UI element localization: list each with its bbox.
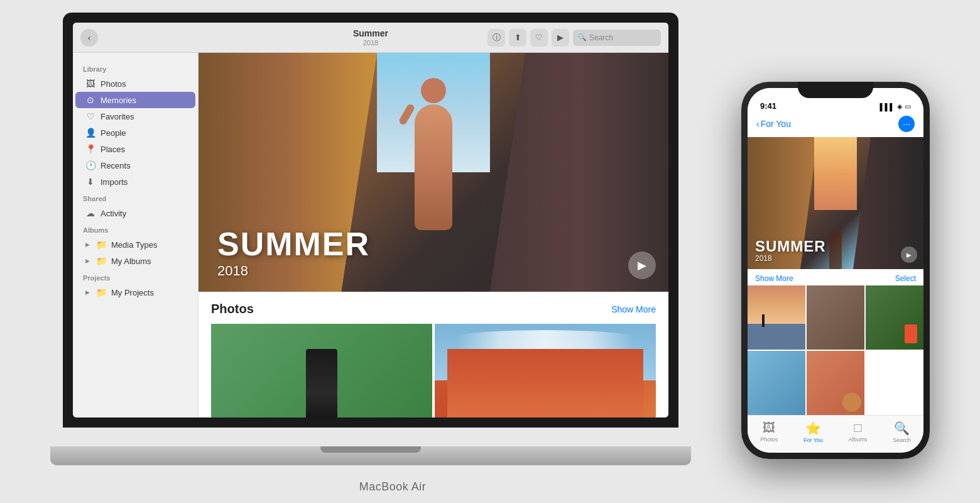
memories-icon: ⊙ xyxy=(85,95,95,105)
iphone-show-more[interactable]: Show More xyxy=(755,274,793,283)
sidebar-item-photos[interactable]: 🖼 Photos xyxy=(75,75,195,92)
iphone-notch xyxy=(798,82,873,98)
iphone-back-arrow: ‹ xyxy=(756,119,760,129)
macbook-bezel: ‹ Summer 2018 ⓘ ⬆ ♡ ▶ 🔍 Search xyxy=(63,13,678,428)
sidebar-item-media-types[interactable]: ▶ 📁 Media Types xyxy=(75,236,195,253)
iphone-hero-text: SUMMER 2018 xyxy=(755,239,826,263)
iphone-photos-header: Show More Select xyxy=(748,269,923,285)
iphone-select-button[interactable]: Select xyxy=(895,274,916,283)
slideshow-button[interactable]: ▶ xyxy=(552,29,569,47)
wifi-icon: ◈ xyxy=(897,102,902,111)
albums-section-label: Albums xyxy=(73,221,198,236)
albums-tab-icon: □ xyxy=(854,421,862,435)
iphone-thumb-5[interactable] xyxy=(807,351,864,415)
toolbar-actions: ⓘ ⬆ ♡ ▶ 🔍 Search xyxy=(487,29,661,47)
sidebar-people-label: People xyxy=(101,128,126,138)
favorite-button[interactable]: ♡ xyxy=(530,29,548,47)
sidebar-item-activity[interactable]: ☁ Activity xyxy=(75,205,195,221)
for-you-tab-label: For You xyxy=(803,437,823,443)
expand-icon-projects: ▶ xyxy=(85,289,90,296)
iphone-tab-photos[interactable]: 🖼 Photos xyxy=(760,421,778,443)
sidebar-item-places[interactable]: 📍 Places xyxy=(75,141,195,157)
iphone-tab-albums[interactable]: □ Albums xyxy=(849,421,868,443)
sidebar-item-my-albums[interactable]: ▶ 📁 My Albums xyxy=(75,253,195,269)
sidebar-photos-label: Photos xyxy=(101,79,126,89)
figure-body xyxy=(415,104,452,230)
photos-section: Photos Show More xyxy=(199,292,668,417)
search-box[interactable]: 🔍 Search xyxy=(573,30,661,46)
app-content: Library 🖼 Photos ⊙ Memories ♡ Favorites xyxy=(73,53,668,417)
iphone-photo-grid xyxy=(748,285,923,415)
photos-header: Photos Show More xyxy=(211,302,656,316)
macbook-screen: ‹ Summer 2018 ⓘ ⬆ ♡ ▶ 🔍 Search xyxy=(73,23,668,417)
macbook-label: MacBook Air xyxy=(359,480,427,494)
photos-tab-icon: 🖼 xyxy=(763,421,775,435)
hero-text: SUMMER 2018 xyxy=(217,228,370,279)
for-you-tab-icon: ⭐ xyxy=(805,421,821,436)
sidebar-item-people[interactable]: 👤 People xyxy=(75,124,195,141)
signal-icon: ▌▌▌ xyxy=(880,103,895,111)
share-button[interactable]: ⬆ xyxy=(509,29,526,47)
iphone-back-button[interactable]: ‹ For You xyxy=(756,119,791,129)
show-more-button[interactable]: Show More xyxy=(611,304,656,314)
sidebar-item-recents[interactable]: 🕐 Recents xyxy=(75,157,195,174)
iphone-hero-figure xyxy=(829,231,842,269)
sidebar-imports-label: Imports xyxy=(101,177,128,187)
sidebar-favorites-label: Favorites xyxy=(101,112,134,121)
memory-hero[interactable]: SUMMER 2018 ▶ xyxy=(199,53,668,292)
sidebar-item-memories[interactable]: ⊙ Memories xyxy=(75,92,195,108)
iphone-body: 9:41 ▌▌▌ ◈ ▭ ‹ For You ··· xyxy=(741,82,930,459)
search-icon: 🔍 xyxy=(578,33,587,41)
search-tab-icon: 🔍 xyxy=(894,421,910,436)
iphone-thumb-2[interactable] xyxy=(807,285,864,350)
recents-icon: 🕐 xyxy=(85,160,95,170)
iphone-play-button[interactable]: ▶ xyxy=(901,246,917,263)
folder-icon-media: 📁 xyxy=(96,240,106,250)
back-button[interactable]: ‹ xyxy=(80,29,98,47)
sidebar-media-types-label: Media Types xyxy=(111,240,157,250)
iphone-more-button[interactable]: ··· xyxy=(898,116,915,132)
iphone-thumb-3[interactable] xyxy=(866,285,923,350)
album-title: Summer xyxy=(353,28,388,39)
iphone-hero-sky xyxy=(814,137,856,210)
iphone-tabbar: 🖼 Photos ⭐ For You □ Albums 🔍 Search xyxy=(748,415,923,453)
macbook: ‹ Summer 2018 ⓘ ⬆ ♡ ▶ 🔍 Search xyxy=(63,13,722,465)
shared-section-label: Shared xyxy=(73,190,198,205)
figure-head xyxy=(421,78,446,103)
iphone-tab-for-you[interactable]: ⭐ For You xyxy=(803,421,823,443)
search-tab-label: Search xyxy=(893,437,911,443)
albums-tab-label: Albums xyxy=(849,436,868,443)
expand-icon-albums: ▶ xyxy=(85,258,90,264)
it1-person xyxy=(762,314,765,327)
iphone-thumb-4[interactable] xyxy=(748,351,805,415)
places-icon: 📍 xyxy=(85,144,95,154)
library-section-label: Library xyxy=(73,60,198,75)
macbook-base-notch xyxy=(320,446,421,453)
macbook-base xyxy=(50,446,691,465)
sidebar-item-my-projects[interactable]: ▶ 📁 My Projects xyxy=(75,284,195,301)
photo-building-2 xyxy=(447,349,643,417)
search-input[interactable]: Search xyxy=(589,33,613,42)
iphone-status-icons: ▌▌▌ ◈ ▭ xyxy=(880,102,911,111)
hero-figure xyxy=(389,78,477,254)
folder-icon-projects: 📁 xyxy=(96,287,106,297)
info-button[interactable]: ⓘ xyxy=(487,29,505,47)
it1-sky xyxy=(748,285,805,324)
iphone-thumb-1[interactable] xyxy=(748,285,805,350)
iphone-tab-search[interactable]: 🔍 Search xyxy=(893,421,911,443)
imports-icon: ⬇ xyxy=(85,177,95,187)
sidebar-item-imports[interactable]: ⬇ Imports xyxy=(75,174,195,190)
photo-thumb-2[interactable] xyxy=(435,324,656,417)
battery-icon: ▭ xyxy=(905,102,911,111)
sidebar-my-albums-label: My Albums xyxy=(111,257,151,266)
it3-person xyxy=(905,324,917,343)
photo-thumb-1[interactable] xyxy=(211,324,432,417)
photo-person-1 xyxy=(306,349,337,417)
hero-play-button[interactable]: ▶ xyxy=(628,252,656,279)
iphone: 9:41 ▌▌▌ ◈ ▭ ‹ For You ··· xyxy=(741,82,930,459)
iphone-hero[interactable]: SUMMER 2018 ▶ xyxy=(748,137,923,269)
projects-section-label: Projects xyxy=(73,269,198,284)
folder-icon-albums: 📁 xyxy=(96,256,106,266)
sidebar-item-favorites[interactable]: ♡ Favorites xyxy=(75,108,195,124)
it5-face xyxy=(842,393,861,412)
